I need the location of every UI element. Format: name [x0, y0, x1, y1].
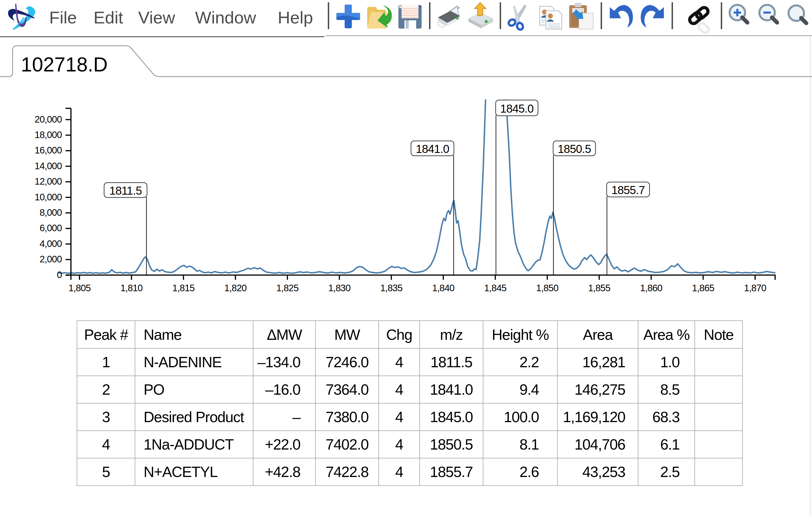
svg-text:4,000: 4,000 [39, 238, 62, 249]
svg-text:1,815: 1,815 [172, 283, 195, 293]
svg-text:1,820: 1,820 [224, 283, 246, 293]
svg-text:6,000: 6,000 [39, 223, 62, 233]
svg-text:1,805: 1,805 [68, 283, 91, 293]
svg-text:2,000: 2,000 [39, 254, 62, 264]
svg-text:16,000: 16,000 [35, 145, 62, 155]
svg-text:1845.0: 1845.0 [500, 102, 533, 115]
svg-text:1,865: 1,865 [692, 283, 715, 293]
svg-text:1,855: 1,855 [588, 283, 610, 293]
svg-text:10,000: 10,000 [35, 192, 62, 202]
svg-text:1841.0: 1841.0 [416, 143, 449, 155]
svg-text:1,825: 1,825 [276, 283, 299, 293]
svg-text:1850.5: 1850.5 [558, 143, 591, 155]
svg-text:1,850: 1,850 [536, 283, 559, 293]
svg-text:1855.7: 1855.7 [611, 184, 645, 196]
svg-text:18,000: 18,000 [35, 129, 62, 140]
svg-text:8,000: 8,000 [39, 207, 62, 218]
svg-text:1,870: 1,870 [744, 283, 766, 293]
svg-text:20,000: 20,000 [35, 114, 62, 125]
svg-text:1,835: 1,835 [380, 283, 402, 293]
svg-text:0: 0 [57, 270, 62, 280]
svg-text:1,845: 1,845 [484, 283, 506, 293]
svg-text:1811.5: 1811.5 [109, 184, 142, 197]
svg-text:14,000: 14,000 [35, 161, 62, 171]
svg-text:1,810: 1,810 [120, 283, 143, 293]
svg-text:1,830: 1,830 [328, 283, 351, 293]
svg-text:12,000: 12,000 [35, 176, 62, 187]
svg-text:1,860: 1,860 [640, 283, 662, 293]
svg-text:102718.D: 102718.D [21, 54, 108, 76]
svg-text:1,840: 1,840 [432, 283, 455, 293]
